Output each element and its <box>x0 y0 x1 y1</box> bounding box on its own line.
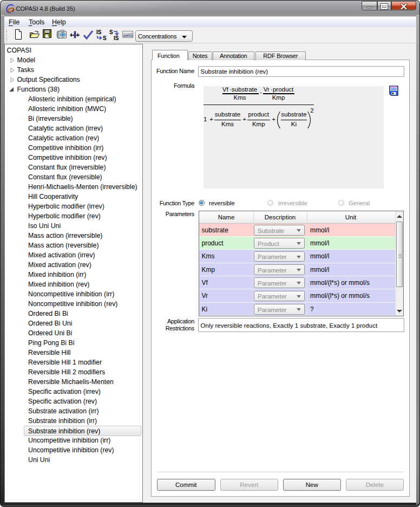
svg-text:S: S <box>103 35 107 41</box>
svg-text:IS: IS <box>114 35 119 41</box>
svg-text:MIRIAM: MIRIAM <box>123 34 133 37</box>
svg-text:S: S <box>109 29 113 35</box>
svg-text:IS: IS <box>96 29 102 35</box>
